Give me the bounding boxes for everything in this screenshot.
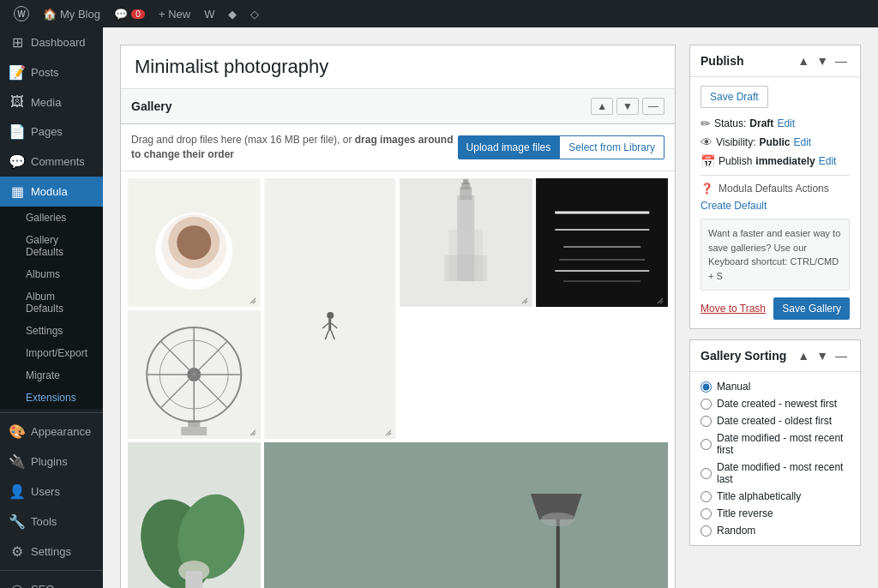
- admin-bar-plugin1[interactable]: W: [197, 0, 221, 27]
- sort-modified-recent[interactable]: Date modified - most recent first: [701, 432, 850, 456]
- publish-panel-body: Save Draft ✏ Status: Draft Edit 👁 Visibi…: [690, 77, 860, 328]
- visibility-edit-link[interactable]: Edit: [793, 136, 811, 148]
- sidebar-item-seo[interactable]: ◎ SEO: [0, 574, 103, 588]
- settings2-icon: ⚙: [9, 543, 26, 560]
- sort-manual-radio[interactable]: [701, 381, 712, 393]
- svg-rect-9: [328, 319, 331, 331]
- sidebar-item-plugins[interactable]: 🔌 Plugins: [0, 447, 103, 477]
- publish-close-btn[interactable]: —: [833, 54, 850, 68]
- status-edit-link[interactable]: Edit: [777, 117, 795, 129]
- publish-time-row: 📅 Publish immediately Edit: [701, 154, 850, 168]
- sort-manual[interactable]: Manual: [701, 381, 850, 393]
- admin-bar-plugin2[interactable]: ◆: [221, 0, 244, 27]
- visibility-icon: 👁: [701, 135, 713, 149]
- gallery-collapse-down-btn[interactable]: ▼: [616, 98, 639, 115]
- sorting-panel-controls: ▲ ▼ —: [795, 349, 850, 363]
- publish-time-value: immediately: [755, 155, 815, 167]
- sidebar-item-modula[interactable]: ▦ Modula: [0, 177, 103, 207]
- upload-buttons: Upload image files Select from Library: [458, 135, 665, 159]
- admin-bar-comments[interactable]: 💬 0: [107, 0, 152, 27]
- save-draft-btn[interactable]: Save Draft: [701, 86, 768, 108]
- comment-icon: 💬: [114, 8, 128, 21]
- admin-bar-plugin3[interactable]: ◇: [244, 0, 266, 27]
- admin-bar-site-name[interactable]: 🏠 My Blog: [36, 0, 107, 27]
- sidebar-item-posts[interactable]: 📝 Posts: [0, 57, 103, 87]
- seo-icon: ◎: [9, 581, 26, 588]
- submenu-gallery-defaults[interactable]: Gallery Defaults: [0, 229, 103, 263]
- sidebar-item-comments[interactable]: 💬 Comments: [0, 147, 103, 177]
- gallery-image-lamp[interactable]: [264, 442, 669, 588]
- sort-date-newest[interactable]: Date created - newest first: [701, 398, 850, 410]
- sidebar-item-pages[interactable]: 📄 Pages: [0, 117, 103, 147]
- svg-point-47: [540, 513, 574, 526]
- sorting-collapse-down-btn[interactable]: ▼: [814, 349, 831, 363]
- gallery-image-dark-lines[interactable]: [536, 178, 669, 307]
- upload-instructions: Drag and drop files here (max 16 MB per …: [131, 133, 458, 162]
- create-default-link[interactable]: Create Default: [701, 200, 850, 212]
- resize-handle-wheel: [249, 427, 257, 435]
- svg-point-6: [177, 225, 211, 260]
- gallery-image-building[interactable]: [400, 178, 532, 307]
- sorting-collapse-up-btn[interactable]: ▲: [795, 349, 812, 363]
- submenu-album-defaults[interactable]: Album Defaults: [0, 285, 103, 320]
- submenu-albums[interactable]: Albums: [0, 263, 103, 285]
- publish-edit-link[interactable]: Edit: [819, 155, 837, 167]
- sort-title-reverse[interactable]: Title reverse: [701, 507, 850, 519]
- svg-rect-42: [185, 571, 202, 588]
- gallery-section-title: Gallery: [131, 99, 171, 113]
- admin-bar-new[interactable]: + New: [152, 0, 197, 27]
- sort-title-alpha[interactable]: Title alphabetically: [701, 490, 850, 502]
- sort-date-newest-radio[interactable]: [701, 399, 712, 410]
- admin-bar-wp-logo[interactable]: W: [7, 0, 36, 27]
- save-gallery-btn[interactable]: Save Gallery: [773, 297, 850, 320]
- gallery-collapse-up-btn[interactable]: ▲: [591, 98, 613, 115]
- sidebar: ⊞ Dashboard 📝 Posts 🖼 Media 📄 Pages 💬 Co…: [0, 27, 103, 588]
- sidebar-item-tools[interactable]: 🔧 Tools: [0, 507, 103, 537]
- publish-collapse-down-btn[interactable]: ▼: [814, 54, 831, 68]
- sidebar-item-settings2[interactable]: ⚙ Settings: [0, 537, 103, 567]
- sort-title-alpha-radio[interactable]: [701, 491, 712, 502]
- move-to-trash-btn[interactable]: Move to Trash: [701, 303, 766, 315]
- sort-random[interactable]: Random: [701, 525, 850, 537]
- submenu-settings[interactable]: Settings: [0, 320, 103, 342]
- sort-random-radio[interactable]: [701, 525, 712, 537]
- sort-modified-last-radio[interactable]: [701, 468, 712, 479]
- sidebar-item-appearance[interactable]: 🎨 Appearance: [0, 417, 103, 447]
- submenu-extensions[interactable]: Extensions: [0, 387, 103, 409]
- modula-submenu: Galleries Gallery Defaults Albums Album …: [0, 207, 103, 409]
- submenu-migrate[interactable]: Migrate: [0, 364, 103, 387]
- submenu-galleries[interactable]: Galleries: [0, 207, 103, 229]
- wheel-svg: [128, 310, 261, 439]
- gallery-header: Gallery ▲ ▼ —: [121, 89, 675, 124]
- admin-bar: W 🏠 My Blog 💬 0 + New W ◆ ◇: [0, 0, 878, 27]
- tools-icon: 🔧: [9, 513, 26, 530]
- gallery-image-wheel[interactable]: [128, 310, 261, 439]
- gallery-image-plant[interactable]: [128, 442, 261, 588]
- editor-panel: Minimalist photography Gallery ▲ ▼ — Dra…: [120, 45, 676, 588]
- sort-title-reverse-radio[interactable]: [701, 508, 712, 519]
- resize-handle-figure: [384, 427, 393, 435]
- sidebar-item-users[interactable]: 👤 Users: [0, 477, 103, 507]
- sorting-close-btn[interactable]: —: [833, 349, 850, 363]
- visibility-row: 👁 Visibility: Public Edit: [701, 135, 850, 149]
- sort-modified-last[interactable]: Date modified - most recent last: [701, 461, 850, 485]
- sidebar-item-dashboard[interactable]: ⊞ Dashboard: [0, 27, 103, 57]
- select-library-btn[interactable]: Select from Library: [559, 135, 665, 159]
- sort-modified-recent-radio[interactable]: [701, 439, 712, 450]
- sorting-panel-body: Manual Date created - newest first Date …: [690, 372, 860, 545]
- posts-icon: 📝: [9, 64, 26, 81]
- sort-date-oldest[interactable]: Date created - oldest first: [701, 415, 850, 427]
- publish-collapse-up-btn[interactable]: ▲: [795, 54, 812, 68]
- publish-panel: Publish ▲ ▼ — Save Draft ✏ Status: Draft…: [689, 45, 861, 329]
- sorting-radio-group: Manual Date created - newest first Date …: [701, 381, 850, 537]
- sidebar-item-media[interactable]: 🖼 Media: [0, 87, 103, 117]
- gallery-image-figure[interactable]: [264, 178, 397, 439]
- svg-rect-18: [463, 179, 468, 184]
- gallery-title-input[interactable]: Minimalist photography: [121, 45, 675, 89]
- gallery-image-coffee[interactable]: [128, 178, 261, 307]
- upload-image-btn[interactable]: Upload image files: [458, 135, 560, 159]
- gallery-toggle-btn[interactable]: —: [642, 98, 665, 115]
- sort-date-oldest-radio[interactable]: [701, 416, 712, 427]
- publish-panel-header: Publish ▲ ▼ —: [690, 45, 860, 77]
- submenu-import-export[interactable]: Import/Export: [0, 342, 103, 364]
